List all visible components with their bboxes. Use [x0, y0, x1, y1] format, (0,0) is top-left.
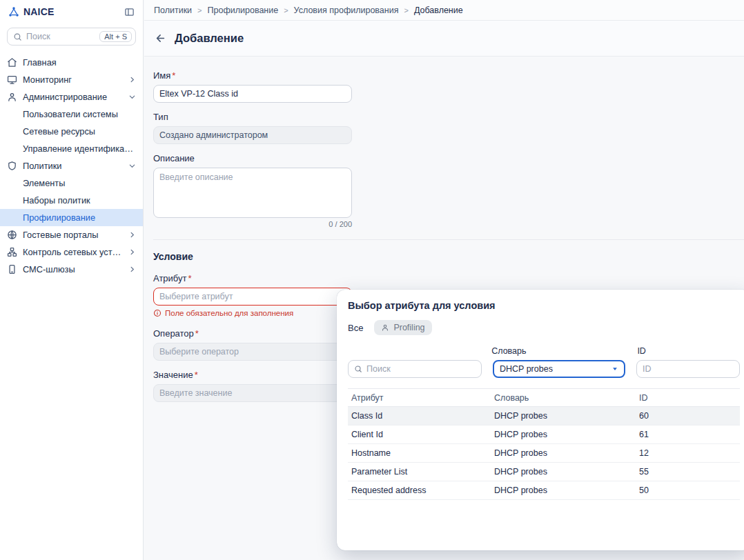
- sidebar-item-label: Контроль сетевых устро...: [23, 247, 121, 257]
- monitor-icon: [7, 74, 17, 85]
- cell-dictionary: DHCP probes: [491, 411, 636, 421]
- attribute-label: Атрибут*: [153, 273, 352, 283]
- section-divider: [153, 239, 744, 240]
- value-label: Значение*: [153, 370, 352, 380]
- table-row[interactable]: Class Id DHCP probes 60: [348, 407, 740, 426]
- sidebar-item-profiling[interactable]: Профилирование: [0, 209, 143, 226]
- name-input[interactable]: [153, 85, 352, 103]
- app-name: NAICE: [23, 6, 55, 17]
- sidebar-item-policy-sets[interactable]: Наборы политик: [0, 192, 143, 209]
- table-row[interactable]: Parameter List DHCP probes 55: [348, 463, 740, 481]
- chevron-right-icon: [128, 266, 136, 273]
- table-row[interactable]: Requested address DHCP probes 50: [348, 481, 740, 500]
- breadcrumb-separator: >: [284, 6, 288, 14]
- modal-tabs: Все Profiling: [348, 320, 740, 335]
- dictionary-label: Словарь: [491, 346, 626, 356]
- search-input[interactable]: [26, 32, 95, 41]
- sidebar-item-label: Сетевые ресурсы: [23, 126, 136, 137]
- breadcrumb: Политики > Профилирование > Условия проф…: [144, 0, 744, 21]
- filter-labels: Словарь ID: [348, 346, 740, 356]
- chevron-right-icon: [128, 76, 136, 83]
- sidebar-item-label: Политики: [23, 161, 121, 171]
- phone-icon: [7, 264, 17, 274]
- cell-attribute: Requested address: [348, 486, 491, 495]
- breadcrumb-item-profiling[interactable]: Профилирование: [208, 6, 279, 15]
- operator-select: [153, 343, 352, 361]
- id-filter-input[interactable]: [636, 360, 740, 378]
- sidebar-item-elements[interactable]: Элементы: [0, 174, 143, 192]
- sidebar-nav: Главная Мониторинг Администрирование Пол…: [0, 54, 143, 278]
- shield-icon: [7, 161, 17, 171]
- attribute-error-text: Поле обязательно для заполнения: [165, 309, 293, 317]
- cell-dictionary: DHCP probes: [491, 430, 636, 439]
- page-title: Добавление: [175, 32, 244, 45]
- description-label: Описание: [153, 153, 352, 163]
- attribute-table: Атрибут Словарь ID Class Id DHCP probes …: [348, 388, 740, 500]
- sidebar-item-guest-portals[interactable]: Гостевые порталы: [0, 226, 143, 243]
- home-icon: [7, 57, 17, 68]
- id-label: ID: [637, 346, 740, 356]
- table-row[interactable]: Hostname DHCP probes 12: [348, 444, 740, 463]
- sidebar-item-system-users[interactable]: Пользователи системы: [0, 106, 143, 123]
- required-mark: *: [172, 70, 175, 81]
- sidebar-item-network-resources[interactable]: Сетевые ресурсы: [0, 123, 143, 140]
- sidebar-item-label: СМС-шлюзы: [23, 264, 121, 274]
- header-id: ID: [636, 393, 740, 403]
- value-field-group: Значение*: [153, 370, 352, 402]
- breadcrumb-item-current: Добавление: [414, 6, 463, 15]
- search-icon: [13, 32, 22, 41]
- cell-id: 50: [636, 486, 740, 495]
- breadcrumb-item-policies[interactable]: Политики: [154, 6, 192, 15]
- sidebar-item-monitoring[interactable]: Мониторинг: [0, 71, 143, 88]
- header-attribute: Атрибут: [348, 393, 491, 403]
- app-logo[interactable]: NAICE: [8, 6, 55, 17]
- sidebar-item-policies[interactable]: Политики: [0, 157, 143, 174]
- description-counter: 0 / 200: [153, 220, 352, 228]
- dictionary-select[interactable]: DHCP probes: [493, 360, 625, 378]
- globe-icon: [7, 230, 17, 240]
- cell-id: 55: [636, 467, 740, 477]
- type-field-group: Тип: [153, 112, 352, 144]
- tab-all[interactable]: Все: [348, 323, 363, 333]
- arrow-left-icon: [155, 32, 166, 44]
- app-window: NAICE Alt + S Главная Мониторинг: [0, 0, 744, 560]
- cell-id: 12: [636, 448, 740, 458]
- info-icon: [153, 309, 161, 317]
- attribute-input-wrap: [153, 288, 352, 306]
- required-mark: *: [195, 370, 198, 380]
- sidebar-item-network-device-control[interactable]: Контроль сетевых устро...: [0, 243, 143, 261]
- search-shortcut: Alt + S: [99, 31, 132, 42]
- breadcrumb-item-profiling-conditions[interactable]: Условия профилирования: [294, 6, 399, 15]
- modal-search[interactable]: [348, 360, 482, 378]
- search-icon: [354, 365, 362, 373]
- operator-label: Оператор*: [153, 328, 352, 339]
- tab-profiling[interactable]: Profiling: [374, 320, 431, 335]
- cell-attribute: Parameter List: [348, 467, 491, 477]
- required-mark: *: [188, 273, 191, 283]
- sidebar-search[interactable]: Alt + S: [7, 28, 136, 46]
- sidebar-item-sms-gateways[interactable]: СМС-шлюзы: [0, 261, 143, 278]
- attribute-input[interactable]: [153, 288, 352, 306]
- type-label: Тип: [153, 112, 352, 122]
- back-button[interactable]: [155, 32, 166, 44]
- breadcrumb-separator: >: [404, 6, 408, 14]
- attribute-picker-modal: Выбор атрибута для условия Все Profiling…: [337, 290, 744, 550]
- sidebar-header: NAICE: [0, 0, 143, 21]
- chevron-down-icon: [128, 162, 136, 170]
- value-input: [153, 384, 352, 402]
- user-icon: [7, 92, 17, 102]
- sidebar-item-home[interactable]: Главная: [0, 54, 143, 71]
- sidebar-item-identity-management[interactable]: Управление идентификацией: [0, 140, 143, 157]
- sidebar-item-administration[interactable]: Администрирование: [0, 88, 143, 106]
- tab-profiling-label: Profiling: [393, 323, 424, 332]
- modal-search-input[interactable]: [366, 364, 476, 374]
- chevron-right-icon: [128, 248, 136, 256]
- table-row[interactable]: Client Id DHCP probes 61: [348, 426, 740, 444]
- description-textarea[interactable]: [153, 168, 352, 218]
- condition-section-title: Условие: [153, 251, 744, 262]
- sidebar-collapse-button[interactable]: [124, 7, 135, 17]
- sidebar: NAICE Alt + S Главная Мониторинг: [0, 0, 144, 560]
- cell-dictionary: DHCP probes: [491, 467, 636, 477]
- cell-attribute: Hostname: [348, 448, 491, 458]
- profiling-icon: [381, 323, 389, 332]
